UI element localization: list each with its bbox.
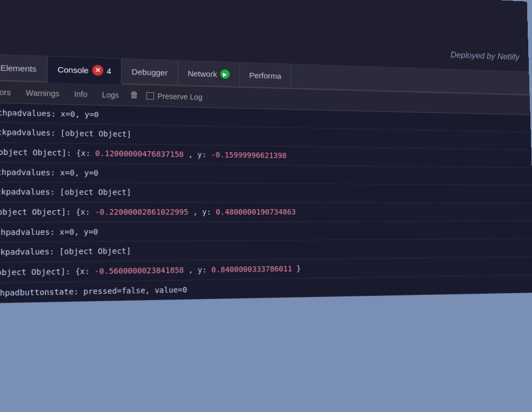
console-value: 0.4800000190734863 <box>216 208 296 216</box>
console-text: trackpadvalues: [object Object] <box>0 187 131 197</box>
tab-elements-label: Elements <box>0 63 36 73</box>
console-text: touchpadvalues: x=0, y=0 <box>0 168 98 177</box>
console-text: [object Object]: <box>0 208 76 217</box>
preserve-log-option[interactable]: Preserve Log <box>146 91 202 101</box>
console-entry[interactable]: ◀ ▶ [object Object]: {x: -0.220000028610… <box>0 202 532 223</box>
console-value: -0.5600000023841858 <box>95 266 184 276</box>
devtools-panel: F12 Elements Console ✕ 4 Debugger Networ… <box>0 53 532 412</box>
clear-console-icon[interactable]: 🗑 <box>130 90 139 101</box>
preserve-log-label: Preserve Log <box>157 92 203 101</box>
console-brace: {x: <box>76 208 95 217</box>
console-value: -0.22000002861022995 <box>95 208 188 217</box>
tab-debugger[interactable]: Debugger <box>122 59 178 85</box>
console-error-badge: ✕ <box>92 65 103 76</box>
filter-logs[interactable]: Logs <box>98 89 122 100</box>
filter-errors[interactable]: Errors <box>0 86 14 98</box>
tab-network[interactable]: Network ▶ <box>178 61 239 87</box>
console-value: 0.12000000476837158 <box>95 149 184 159</box>
console-text: [object Object]: <box>0 147 76 158</box>
tab-performance-label: Performa <box>249 70 281 80</box>
console-output: touchpadvalues: x=0, y=0 ▶ trackpadvalue… <box>0 102 532 304</box>
console-text: trackpadvalues: [object Object] <box>0 127 131 138</box>
console-text: [object Object]: <box>0 267 75 277</box>
filter-info[interactable]: Info <box>71 88 91 100</box>
preserve-log-checkbox[interactable] <box>146 92 154 99</box>
console-text: , y: <box>188 265 211 274</box>
tab-network-label: Network <box>188 69 217 78</box>
console-brace: {x: <box>75 267 94 276</box>
console-text: , y: <box>188 150 211 159</box>
console-value: 0.8400000333786011 <box>211 265 292 274</box>
tab-console[interactable]: Console ✕ 4 <box>47 56 122 85</box>
console-count: 4 <box>106 66 111 75</box>
tab-console-label: Console <box>57 64 89 75</box>
console-value: -0.15999996621398 <box>211 150 287 160</box>
tab-performance[interactable]: Performa <box>240 63 292 88</box>
console-brace: {x: <box>76 149 95 158</box>
console-text: touchpadvalues: x=0, y=0 <box>0 227 98 237</box>
tab-elements[interactable]: Elements <box>0 54 47 81</box>
console-entry[interactable]: ▶ trackpadvalues: [object Object] <box>0 182 532 203</box>
console-text: , y: <box>193 208 216 216</box>
browser-window: 13 14 }); Deployed by Netlify F12 Elemen… <box>0 0 532 412</box>
tab-debugger-label: Debugger <box>131 67 168 77</box>
console-text: touchpadbuttonstate: pressed=false, valu… <box>0 285 187 298</box>
console-text: trackpadvalues: [object Object] <box>0 246 131 257</box>
console-text: touchpadvalues: x=0, y=0 <box>0 108 99 119</box>
console-text: } <box>296 264 301 273</box>
network-play-icon: ▶ <box>220 69 230 79</box>
filter-warnings[interactable]: Warnings <box>22 87 63 98</box>
